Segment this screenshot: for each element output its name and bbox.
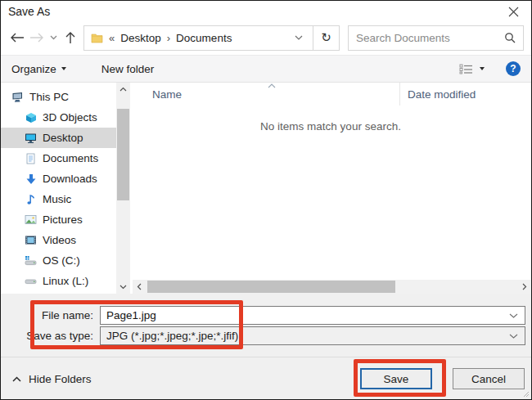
hide-folders-button[interactable]: Hide Folders [12, 373, 92, 385]
scroll-down-icon[interactable] [116, 281, 130, 294]
file-name-label: File name: [1, 309, 100, 321]
sidebar-scrollbar[interactable] [116, 83, 130, 294]
save-as-type-chevron-icon [509, 334, 518, 339]
command-toolbar: Organize New folder ? [1, 55, 531, 83]
sidebar-item-music[interactable]: Music [1, 189, 116, 209]
scroll-up-icon[interactable] [116, 83, 130, 96]
sidebar-item-label: Music [43, 193, 71, 205]
sidebar-item-desktop[interactable]: Desktop [1, 128, 116, 148]
cube-icon [25, 112, 37, 124]
up-icon[interactable] [61, 27, 80, 48]
save-as-dialog: Save As « Desktop › Documents [0, 0, 532, 400]
breadcrumb-item-desktop[interactable]: Desktop [120, 32, 161, 44]
navigation-pane: This PC 3D Objects Desktop Documents [1, 83, 116, 294]
sidebar-item-label: Videos [43, 234, 76, 246]
sidebar-item-label: Pictures [43, 213, 83, 226]
sidebar-item-label: This PC [29, 91, 69, 103]
column-header-date-modified[interactable]: Date modified [399, 83, 531, 106]
sidebar-item-label: Linux (L:) [43, 275, 88, 287]
search-input[interactable] [356, 32, 504, 44]
sidebar-item-label: Documents [43, 152, 98, 164]
file-name-dropdown-chevron-icon[interactable] [509, 313, 518, 318]
drive-icon [25, 276, 37, 287]
search-box [348, 25, 524, 51]
new-folder-label: New folder [101, 63, 155, 75]
views-caret-icon[interactable] [480, 67, 485, 70]
address-dropdown-chevron-icon[interactable] [291, 35, 306, 40]
scroll-thumb[interactable] [117, 109, 129, 200]
sidebar-item-label: Downloads [43, 173, 97, 185]
sidebar-item-label: Desktop [43, 132, 83, 144]
scroll-thumb[interactable] [147, 281, 395, 293]
folder-icon [91, 32, 103, 43]
save-button[interactable]: Save [360, 368, 432, 389]
horizontal-scrollbar[interactable] [133, 280, 531, 294]
new-folder-button[interactable]: New folder [101, 63, 155, 75]
sidebar-item-videos[interactable]: Videos [1, 230, 116, 250]
organize-caret-icon [61, 67, 66, 70]
hide-folders-chevron-icon [12, 376, 21, 382]
search-icon[interactable] [504, 32, 516, 43]
monitor-icon [25, 133, 37, 144]
close-icon[interactable] [505, 3, 521, 20]
refresh-icon[interactable]: ↻ [313, 26, 339, 50]
sidebar-item-label: 3D Objects [43, 111, 97, 124]
sidebar-item-linux-l[interactable]: Linux (L:) [1, 271, 116, 291]
views-icon[interactable] [459, 64, 473, 74]
empty-results-message: No items match your search. [130, 120, 531, 133]
film-icon [25, 235, 37, 246]
document-icon [25, 153, 37, 164]
back-icon[interactable] [7, 27, 27, 48]
save-as-type-dropdown[interactable]: JPG (*.jpg;*.jpeg;*.jpe;*.jfif) [100, 326, 525, 345]
sidebar-item-3d-objects[interactable]: 3D Objects [1, 107, 116, 128]
cancel-button[interactable]: Cancel [453, 368, 525, 389]
music-note-icon [25, 194, 37, 205]
scroll-right-icon[interactable] [518, 283, 531, 290]
sidebar-item-this-pc[interactable]: This PC [1, 87, 116, 107]
forward-icon[interactable] [27, 27, 47, 48]
title-bar: Save As [1, 1, 531, 20]
breadcrumb-overflow[interactable]: « [109, 32, 115, 44]
scroll-left-icon[interactable] [133, 283, 146, 290]
column-header-name[interactable]: Name [130, 88, 399, 101]
sort-ascending-icon[interactable] [268, 83, 276, 88]
computer-icon [11, 92, 24, 103]
dialog-footer: Hide Folders Save Cancel [1, 357, 531, 400]
file-list-area: Name Date modified No items match your s… [130, 83, 531, 294]
file-name-section: File name: Save as type: JPG (*.jpg;*.jp… [1, 294, 531, 357]
sidebar-item-pictures[interactable]: Pictures [1, 209, 116, 230]
save-as-type-label: Save as type: [1, 330, 100, 342]
sidebar-item-downloads[interactable]: Downloads [1, 169, 116, 189]
file-name-input[interactable] [106, 309, 509, 321]
file-name-combobox [100, 306, 525, 325]
organize-label: Organize [11, 63, 56, 75]
address-bar: « Desktop › Documents ↻ [83, 25, 340, 51]
recent-locations-chevron-icon[interactable] [47, 27, 61, 48]
picture-icon [25, 214, 37, 226]
breadcrumb-item-documents[interactable]: Documents [176, 32, 232, 44]
help-icon[interactable]: ? [506, 61, 521, 76]
download-arrow-icon [25, 173, 37, 185]
breadcrumb-separator: › [167, 32, 170, 44]
breadcrumb[interactable]: « Desktop › Documents [84, 26, 313, 50]
hide-folders-label: Hide Folders [29, 373, 92, 385]
windows-drive-icon [25, 255, 37, 267]
column-headers: Name Date modified [130, 83, 531, 106]
dialog-title: Save As [8, 5, 50, 18]
sidebar-item-os-c[interactable]: OS (C:) [1, 250, 116, 271]
organize-button[interactable]: Organize [11, 63, 66, 75]
sidebar-item-documents[interactable]: Documents [1, 148, 116, 169]
save-as-type-value: JPG (*.jpg;*.jpeg;*.jpe;*.jfif) [106, 330, 509, 342]
sidebar-item-label: OS (C:) [43, 254, 80, 267]
content-area: This PC 3D Objects Desktop Documents [1, 83, 531, 294]
navigation-bar: « Desktop › Documents ↻ [1, 20, 531, 55]
resize-grip[interactable] [523, 391, 530, 398]
